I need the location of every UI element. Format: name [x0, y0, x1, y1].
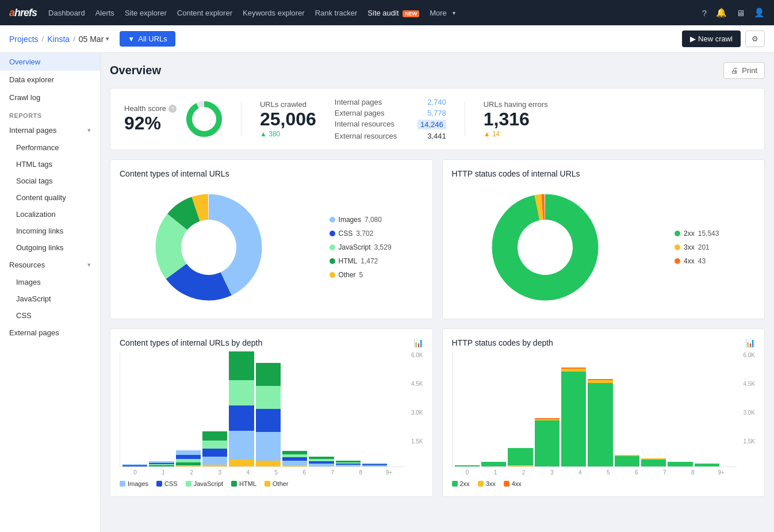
- overview-header: Overview 🖨 Print: [110, 62, 765, 79]
- sidebar-item-external-pages[interactable]: External pages: [0, 324, 100, 342]
- sidebar-item-overview[interactable]: Overview: [0, 53, 100, 71]
- sidebar-item-outgoing-links[interactable]: Outgoing links: [0, 239, 100, 256]
- http-depth-title: HTTP status codes by depth: [452, 338, 553, 347]
- content-depth-title: Content types of internal URLs by depth: [120, 338, 262, 347]
- sidebar: Overview Data explorer Crawl log REPORTS…: [0, 53, 101, 532]
- breadcrumb-bar: Projects / Kinsta / 05 Mar ▾ ▼ All URLs …: [0, 25, 774, 53]
- sidebar-item-social-tags[interactable]: Social tags: [0, 173, 100, 189]
- stats-row: Health score ? 92% URLs crawled 25,006 ▲…: [110, 88, 765, 150]
- breadcrumb-kinsta[interactable]: Kinsta: [47, 35, 70, 44]
- sidebar-item-css[interactable]: CSS: [0, 307, 100, 324]
- help-icon[interactable]: ?: [702, 8, 707, 18]
- http-depth-bars: [452, 352, 737, 467]
- http-status-card: HTTP status codes of internal URLs: [442, 159, 765, 319]
- sidebar-section-reports: REPORTS: [0, 106, 100, 121]
- http-depth-legend: 2xx 3xx 4xx: [452, 480, 756, 487]
- content-types-donut: [151, 190, 266, 305]
- page-title: Overview: [110, 64, 161, 77]
- content-depth-chart-icon[interactable]: 📊: [413, 338, 423, 347]
- http-status-donut: [488, 190, 603, 305]
- content-depth-bars: [120, 352, 405, 467]
- nav-site-audit[interactable]: Site audit NEW: [363, 6, 424, 20]
- top-nav: ahrefs Dashboard Alerts Site explorer Co…: [0, 0, 774, 25]
- nav-keywords-explorer[interactable]: Keywords explorer: [238, 6, 309, 20]
- sidebar-item-incoming-links[interactable]: Incoming links: [0, 223, 100, 239]
- sidebar-item-localization[interactable]: Localization: [0, 206, 100, 223]
- http-depth-card: HTTP status codes by depth 📊 6.0K 4.5K 3…: [442, 328, 765, 497]
- content-depth-legend: Images CSS JavaScript HTML Other: [120, 480, 423, 487]
- content-depth-card: Content types of internal URLs by depth …: [110, 328, 433, 497]
- user-icon[interactable]: 👤: [754, 7, 765, 18]
- settings-button[interactable]: ⚙: [745, 30, 765, 47]
- breadcrumb-projects[interactable]: Projects: [9, 35, 39, 44]
- sidebar-item-data-explorer[interactable]: Data explorer: [0, 71, 100, 89]
- charts-row-1: Content types of internal URLs: [110, 159, 765, 319]
- http-status-legend: 2xx 15,543 3xx 201 4xx 43: [675, 229, 719, 265]
- help-icon-health[interactable]: ?: [168, 105, 177, 113]
- sidebar-item-resources[interactable]: Resources ▾: [0, 256, 100, 274]
- print-icon: 🖨: [731, 66, 738, 75]
- charts-row-2: Content types of internal URLs by depth …: [110, 328, 765, 497]
- content-types-card: Content types of internal URLs: [110, 159, 433, 319]
- nav-rank-tracker[interactable]: Rank tracker: [311, 6, 362, 20]
- logo[interactable]: ahrefs: [9, 7, 37, 19]
- content-types-legend: Images 7,080 CSS 3,702 JavaScript 3,529: [329, 216, 392, 279]
- sidebar-item-images[interactable]: Images: [0, 274, 100, 290]
- svg-point-12: [518, 220, 573, 275]
- filter-button[interactable]: ▼ All URLs: [120, 31, 175, 47]
- content-types-title: Content types of internal URLs: [120, 169, 423, 178]
- monitor-icon[interactable]: 🖥: [736, 8, 745, 18]
- breadcrumb-date[interactable]: 05 Mar ▾: [79, 35, 110, 44]
- nav-dashboard[interactable]: Dashboard: [44, 6, 90, 20]
- bell-icon[interactable]: 🔔: [716, 7, 727, 18]
- sidebar-item-internal-pages[interactable]: Internal pages ▾: [0, 121, 100, 139]
- new-badge: NEW: [403, 10, 419, 17]
- sidebar-item-crawl-log[interactable]: Crawl log: [0, 89, 100, 106]
- svg-point-2: [194, 109, 214, 129]
- nav-alerts[interactable]: Alerts: [91, 6, 119, 20]
- health-score-section: Health score ? 92%: [124, 101, 223, 137]
- http-depth-chart-icon[interactable]: 📊: [745, 338, 755, 347]
- main-content: Overview 🖨 Print Health score ? 92%: [101, 53, 774, 532]
- nav-more[interactable]: More: [425, 6, 451, 20]
- print-button[interactable]: 🖨 Print: [723, 62, 765, 79]
- svg-point-8: [181, 220, 236, 275]
- health-score-value: 92%: [124, 113, 177, 134]
- health-donut: [186, 101, 223, 137]
- nav-site-explorer[interactable]: Site explorer: [120, 6, 171, 20]
- breadcrumb-sep1: /: [42, 35, 44, 43]
- urls-crawled-section: URLs crawled 25,006 ▲ 380: [260, 100, 316, 138]
- nav-content-explorer[interactable]: Content explorer: [173, 6, 237, 20]
- sidebar-item-content-quality[interactable]: Content quality: [0, 189, 100, 206]
- sidebar-item-html-tags[interactable]: HTML tags: [0, 156, 100, 173]
- breadcrumb-sep2: /: [73, 35, 75, 43]
- errors-delta: ▲ 14: [484, 130, 548, 138]
- new-crawl-button[interactable]: ▶ New crawl: [682, 30, 741, 47]
- http-status-title: HTTP status codes of internal URLs: [452, 169, 756, 178]
- sidebar-item-javascript[interactable]: JavaScript: [0, 290, 100, 307]
- sidebar-item-performance[interactable]: Performance: [0, 139, 100, 156]
- crawled-delta: ▲ 380: [260, 130, 316, 138]
- errors-section: URLs having errors 1,316 ▲ 14: [484, 100, 548, 138]
- url-types-section: Internal pages 2,740 External pages 5,77…: [335, 98, 446, 140]
